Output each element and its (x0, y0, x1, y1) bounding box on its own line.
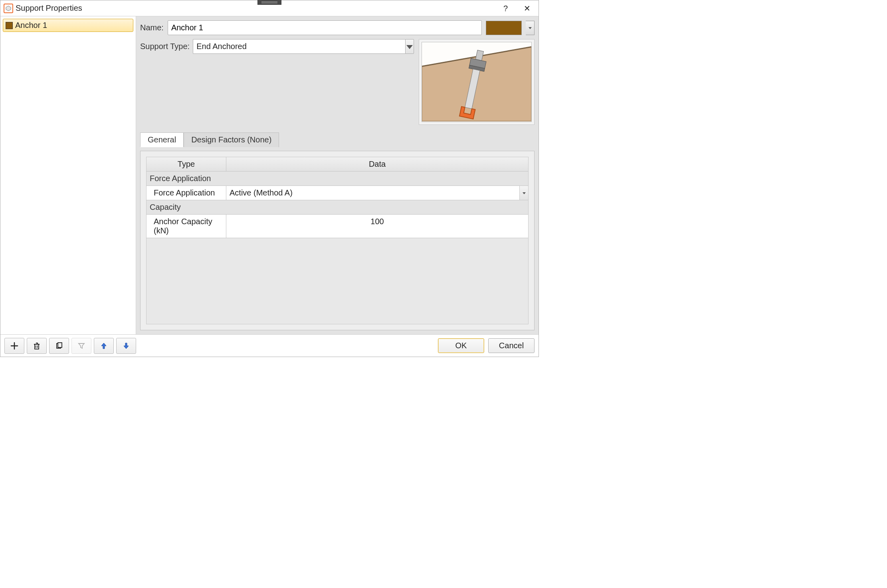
anchor-capacity-value: 100 (226, 215, 528, 238)
section-capacity: Capacity (147, 200, 528, 215)
header-data: Data (226, 157, 528, 171)
name-label: Name: (140, 23, 164, 32)
main-pane: Name: Support Type: End Anchored (136, 16, 539, 334)
row-force-application: Force Application Active (Method A) (147, 186, 528, 200)
name-input[interactable] (168, 20, 482, 35)
dialog-title: Support Properties (16, 4, 82, 13)
svg-rect-10 (35, 344, 39, 349)
sidebar: Anchor 1 (0, 16, 136, 334)
ok-button[interactable]: OK (438, 338, 484, 353)
tab-design-factors[interactable]: Design Factors (None) (184, 132, 279, 147)
app-icon (4, 4, 13, 13)
close-icon[interactable]: ✕ (521, 3, 534, 14)
svg-marker-2 (406, 45, 413, 49)
cell-data[interactable]: Active (Method A) (226, 186, 528, 200)
cell-data[interactable]: 100 (226, 215, 528, 238)
support-type-value: End Anchored (193, 39, 405, 54)
support-list: Anchor 1 (0, 16, 136, 334)
toolbar (4, 338, 136, 354)
color-dropdown-button[interactable] (526, 21, 535, 35)
filter-button[interactable] (71, 338, 91, 354)
add-button[interactable] (4, 338, 24, 354)
drag-grip[interactable] (257, 0, 281, 5)
chevron-down-icon[interactable] (519, 186, 528, 200)
support-type-label: Support Type: (140, 42, 190, 51)
property-table: Type Data Force Application Force Applic… (146, 157, 529, 324)
force-application-value: Active (Method A) (226, 186, 519, 200)
row-anchor-capacity: Anchor Capacity (kN) 100 (147, 215, 528, 238)
help-icon[interactable]: ? (500, 3, 511, 14)
cell-type: Anchor Capacity (kN) (147, 215, 226, 238)
svg-marker-0 (6, 6, 11, 10)
section-force-application: Force Application (147, 172, 528, 186)
dialog-window: Support Properties ? ✕ Anchor 1 Name: (0, 0, 539, 357)
name-row: Name: (140, 20, 535, 35)
header-type: Type (147, 157, 226, 171)
list-item-label: Anchor 1 (15, 21, 47, 30)
svg-marker-1 (529, 27, 532, 29)
svg-marker-9 (523, 192, 526, 194)
preview-graphic (422, 42, 532, 122)
footer: OK Cancel (0, 334, 539, 357)
support-type-combo[interactable]: End Anchored (193, 39, 414, 54)
color-swatch-button[interactable] (486, 21, 522, 35)
cell-type: Force Application (147, 186, 226, 200)
upper-area: Support Type: End Anchored (140, 39, 535, 125)
content-area: Anchor 1 Name: Support Type: En (0, 16, 539, 334)
move-up-button[interactable] (94, 338, 114, 354)
tab-general[interactable]: General (140, 132, 184, 147)
support-type-row: Support Type: End Anchored (140, 39, 414, 54)
upper-left: Support Type: End Anchored (140, 39, 414, 54)
delete-button[interactable] (27, 338, 47, 354)
tabstrip: General Design Factors (None) (140, 132, 535, 147)
tab-body: Type Data Force Application Force Applic… (140, 151, 535, 330)
svg-rect-12 (58, 343, 62, 347)
preview-box (419, 39, 535, 125)
cancel-button[interactable]: Cancel (488, 338, 535, 353)
list-item-swatch (6, 22, 13, 29)
move-down-button[interactable] (116, 338, 136, 354)
list-item[interactable]: Anchor 1 (3, 19, 133, 32)
copy-button[interactable] (49, 338, 69, 354)
chevron-down-icon[interactable] (405, 39, 414, 54)
titlebar: Support Properties ? ✕ (0, 0, 539, 16)
table-header: Type Data (147, 157, 528, 172)
